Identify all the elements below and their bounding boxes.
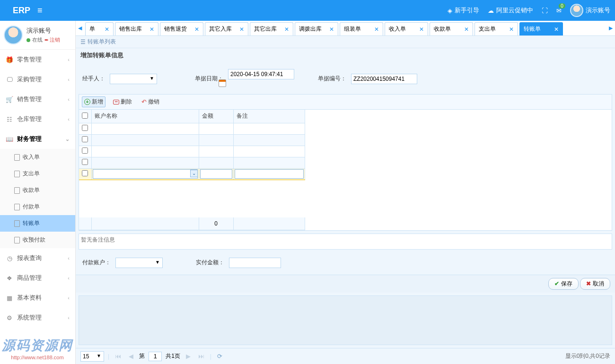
account-cell-input[interactable] (93, 169, 198, 179)
close-icon[interactable]: ✕ (194, 26, 199, 33)
logout-link[interactable]: ➨ 注销 (44, 36, 60, 43)
tab-dan[interactable]: 单✕ (85, 22, 114, 35)
minus-icon: − (113, 100, 119, 104)
actual-pay-input[interactable] (229, 258, 281, 268)
delete-row-button[interactable]: −删除 (111, 97, 134, 107)
hamburger-icon[interactable]: ≡ (37, 6, 43, 16)
last-page-button[interactable]: ⏭ (196, 353, 206, 360)
select-all-checkbox[interactable] (82, 113, 88, 119)
add-row-button[interactable]: +新增 (82, 96, 105, 107)
table-row[interactable] (79, 146, 305, 157)
submenu-transfer[interactable]: 转账单 (0, 215, 75, 232)
submenu-receipt[interactable]: 收款单 (0, 182, 75, 199)
row-checkbox[interactable] (82, 136, 88, 142)
page-size-select[interactable]: 15 (80, 351, 104, 362)
table-row[interactable] (79, 157, 305, 168)
close-icon[interactable]: ✕ (554, 26, 559, 33)
check-icon: ✔ (554, 280, 559, 287)
row-checkbox[interactable] (82, 159, 88, 165)
tab-other-out[interactable]: 其它出库✕ (250, 22, 293, 35)
sidebar-item-reports[interactable]: ◷报表查询‹ (0, 248, 75, 268)
doc-icon (14, 154, 20, 161)
tab-income[interactable]: 收入单✕ (385, 22, 428, 35)
tab-transfer[interactable]: 转账单✕ (519, 22, 563, 35)
tab-other-in[interactable]: 其它入库✕ (205, 22, 248, 35)
grid-toolbar: +新增 −删除 ↶撤销 (79, 94, 612, 110)
table-row[interactable] (79, 123, 305, 134)
prev-page-button[interactable]: ◀ (127, 353, 135, 360)
next-page-button[interactable]: ▶ (184, 353, 193, 360)
close-icon[interactable]: ✕ (105, 26, 109, 33)
submenu-prepay[interactable]: 收预付款 (0, 232, 75, 248)
sidebar-item-purchase[interactable]: 🖵采购管理‹ (0, 69, 75, 89)
tabs-scroll-left[interactable]: ◀ (76, 21, 84, 35)
close-icon[interactable]: ✕ (149, 26, 154, 33)
col-account[interactable]: 账户名称 (91, 110, 199, 123)
sidebar: 演示账号 在线 ➨ 注销 🎁零售管理‹ 🖵采购管理‹ 🛒销售管理‹ ☷仓库管理‹… (0, 21, 76, 364)
row-checkbox[interactable] (82, 147, 88, 154)
breadcrumb: ☰ 转账单列表 (76, 36, 615, 48)
sidebar-item-finance[interactable]: 📖财务管理⌄ (0, 129, 75, 149)
form-row-1: 经手人： ▼ 单据日期： 单据编号： (76, 62, 615, 94)
dropdown-icon[interactable]: ⌄ (190, 170, 198, 177)
fullscreen-icon[interactable]: ⛶ (542, 7, 548, 14)
sidebar-item-retail[interactable]: 🎁零售管理‹ (0, 50, 75, 69)
page-number-input[interactable] (149, 352, 162, 361)
chevron-left-icon: ‹ (68, 255, 70, 261)
close-icon[interactable]: ✕ (329, 26, 334, 33)
first-page-button[interactable]: ⏮ (113, 353, 123, 360)
sidebar-item-sales[interactable]: 🛒销售管理‹ (0, 89, 75, 109)
col-remark[interactable]: 备注 (233, 110, 305, 123)
save-button[interactable]: ✔保存 (548, 278, 579, 290)
close-icon[interactable]: ✕ (509, 26, 514, 33)
cube-icon: ❖ (6, 275, 13, 282)
tab-allocate-out[interactable]: 调拨出库✕ (295, 22, 338, 35)
col-amount[interactable]: 金额 (199, 110, 233, 123)
guide-link[interactable]: ◈ 新手引导 (448, 6, 479, 15)
tabs-scroll-right[interactable]: ▶ (606, 21, 615, 35)
remark-cell-input[interactable] (235, 169, 304, 179)
refresh-button[interactable]: ⟳ (215, 353, 224, 360)
submenu-income[interactable]: 收入单 (0, 149, 75, 165)
date-label: 单据日期： (195, 75, 223, 83)
undo-button[interactable]: ↶撤销 (140, 97, 161, 107)
table-row[interactable] (79, 134, 305, 146)
tab-receipt[interactable]: 收款单✕ (430, 22, 473, 35)
sidebar-item-warehouse[interactable]: ☷仓库管理‹ (0, 109, 75, 129)
tab-expense[interactable]: 支出单✕ (474, 22, 518, 35)
amount-cell-input[interactable] (200, 169, 232, 179)
tab-assemble[interactable]: 组装单✕ (340, 22, 383, 35)
table-row[interactable]: ⌄ (79, 168, 305, 180)
sidebar-item-system[interactable]: ⚙系统管理‹ (0, 308, 75, 328)
tab-sales-return[interactable]: 销售退货✕ (160, 22, 203, 35)
brand-logo[interactable]: ERP (13, 6, 30, 16)
pay-account-select[interactable] (115, 258, 163, 268)
close-icon[interactable]: ✕ (284, 26, 289, 33)
tab-sales-out[interactable]: 销售出库✕ (115, 22, 158, 35)
sidebar-item-goods[interactable]: ❖商品管理‹ (0, 268, 75, 288)
close-icon[interactable]: ✕ (419, 26, 424, 33)
row-checkbox[interactable] (82, 170, 88, 176)
handler-select[interactable] (110, 74, 157, 84)
promo-link[interactable]: ☁ 阿里云促销中 (488, 6, 533, 15)
row-checkbox[interactable] (82, 125, 88, 131)
remarks-textarea[interactable] (79, 234, 612, 250)
submenu-payment[interactable]: 付款单 (0, 199, 75, 215)
avatar-icon (570, 4, 583, 17)
action-bar: ✔保存 ✖取消 (76, 275, 615, 293)
code-input[interactable] (351, 74, 417, 84)
user-menu[interactable]: 演示账号 (570, 4, 610, 17)
date-input[interactable] (228, 69, 294, 79)
chevron-down-icon: ⌄ (65, 136, 70, 142)
messages-button[interactable]: ✉ 0 (556, 7, 562, 14)
close-icon[interactable]: ✕ (239, 26, 244, 33)
close-icon[interactable]: ✕ (464, 26, 469, 33)
sidebar-item-basedata[interactable]: ▦基本资料‹ (0, 288, 75, 308)
username-label: 演示账号 (586, 6, 610, 15)
close-icon[interactable]: ✕ (374, 26, 379, 33)
cancel-button[interactable]: ✖取消 (580, 278, 610, 290)
x-icon: ✖ (586, 280, 591, 287)
grid-icon: ▦ (6, 295, 13, 302)
submenu-expense[interactable]: 支出单 (0, 165, 75, 182)
chevron-left-icon: ‹ (68, 295, 70, 301)
